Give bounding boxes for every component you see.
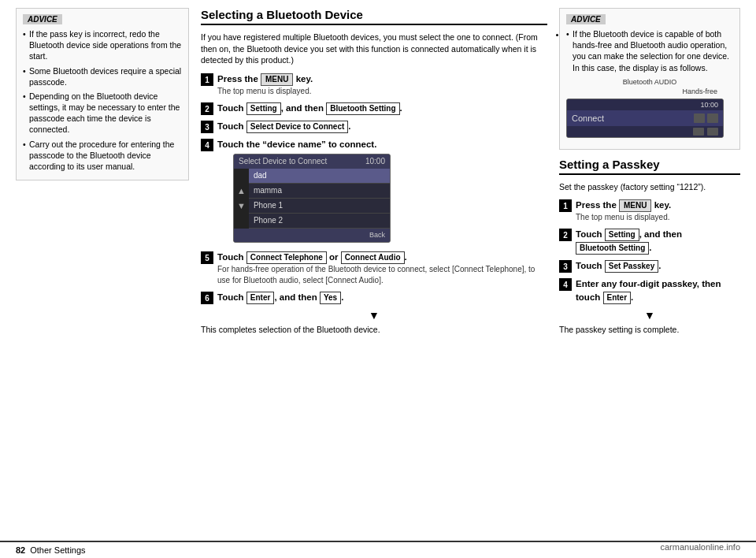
bt-icons xyxy=(694,113,718,123)
passkey-step-3: 3 Touch Set Passkey. xyxy=(559,259,740,273)
step-list: 1 Press the MENU key. The top menu is di… xyxy=(201,73,547,304)
bt-diagram: Bluetooth AUDIO Hands-free 10:00 Connect xyxy=(566,78,733,138)
device-list: dad mamma Phone 1 Phone 2 xyxy=(249,169,390,229)
page-number: 82 xyxy=(16,545,25,555)
left-advice-box: ADVICE If the pass key is incorrect, red… xyxy=(16,8,189,180)
passkey-title: Setting a Passkey xyxy=(559,158,740,175)
passkey-step-content-1: Press the MENU key. The top menu is disp… xyxy=(576,199,740,223)
bt-bottom-row xyxy=(567,126,723,137)
set-passkey-btn[interactable]: Set Passkey xyxy=(605,260,658,273)
device-item-phone2[interactable]: Phone 2 xyxy=(249,214,390,229)
page-container: ADVICE If the pass key is incorrect, red… xyxy=(0,0,756,558)
right-column: ADVICE • If the Bluetooth device is capa… xyxy=(559,8,740,541)
device-screen: Select Device to Connect 10:00 ▲ ▼ dad xyxy=(233,154,391,243)
step-content-1: Press the MENU key. The top menu is disp… xyxy=(217,73,547,97)
step-content-2: Touch Setting, and then Bluetooth Settin… xyxy=(217,102,547,115)
step-2-text: Touch Setting, and then Bluetooth Settin… xyxy=(217,103,402,113)
footer-label: Other Settings xyxy=(30,545,85,555)
passkey-step-1: 1 Press the MENU key. The top menu is di… xyxy=(559,199,740,223)
step-num-3: 3 xyxy=(201,121,213,133)
passkey-menu-key[interactable]: MENU xyxy=(619,199,651,212)
step-1-sub: The top menu is displayed. xyxy=(217,86,547,97)
step-4-text: Touch the “device name” to connect. xyxy=(217,140,376,149)
step-1-text: Press the MENU key. xyxy=(217,74,313,84)
right-advice-list: • If the Bluetooth device is capable of … xyxy=(566,28,733,73)
bt-bottom-icon-2 xyxy=(707,128,718,136)
step-2: 2 Touch Setting, and then Bluetooth Sett… xyxy=(201,102,547,115)
bt-icon-1 xyxy=(694,113,705,123)
yes-btn[interactable]: Yes xyxy=(320,292,341,304)
device-screen-footer[interactable]: Back xyxy=(234,229,390,242)
enter-btn[interactable]: Enter xyxy=(246,292,275,304)
step-content-6: Touch Enter, and then Yes. xyxy=(217,291,547,304)
passkey-setting-btn[interactable]: Setting xyxy=(605,229,639,241)
step-num-6: 6 xyxy=(201,292,213,304)
passkey-step-2: 2 Touch Setting, and then Bluetooth Sett… xyxy=(559,228,740,255)
left-advice-title: ADVICE xyxy=(23,14,62,24)
bt-connect-row: Connect xyxy=(567,110,723,126)
passkey-step-1-text: Press the MENU key. xyxy=(576,200,671,210)
bt-connect-label: Connect xyxy=(572,113,604,123)
step-content-4: Touch the “device name” to connect. Sele… xyxy=(217,138,547,246)
right-advice-box: ADVICE • If the Bluetooth device is capa… xyxy=(559,8,740,150)
list-item: Some Bluetooth devices require a special… xyxy=(23,65,182,87)
bt-display-header: 10:00 xyxy=(567,99,723,110)
step-num-4: 4 xyxy=(201,139,213,151)
passkey-enter-btn[interactable]: Enter xyxy=(603,292,632,304)
step-6: 6 Touch Enter, and then Yes. xyxy=(201,291,547,304)
device-item-phone1[interactable]: Phone 1 xyxy=(249,199,390,214)
arrow-down-icon[interactable]: ▼ xyxy=(237,200,246,212)
bt-display-clock: 10:00 xyxy=(700,101,718,109)
setting-btn[interactable]: Setting xyxy=(246,102,281,115)
step-num-5: 5 xyxy=(201,251,213,264)
bt-bottom-icon-1 xyxy=(693,128,704,136)
step-content-3: Touch Select Device to Connect. xyxy=(217,120,547,133)
list-item: Carry out the procedure for entering the… xyxy=(23,139,182,173)
step-6-text: Touch Enter, and then Yes. xyxy=(217,292,343,302)
step-3: 3 Touch Select Device to Connect. xyxy=(201,120,547,133)
list-item: Depending on the Bluetooth device settin… xyxy=(23,91,182,136)
step-3-text: Touch Select Device to Connect. xyxy=(217,121,351,131)
step-1: 1 Press the MENU key. The top menu is di… xyxy=(201,73,547,97)
passkey-step-3-text: Touch Set Passkey. xyxy=(576,261,661,270)
screen-arrows: ▲ ▼ xyxy=(234,169,249,229)
device-item-mamma[interactable]: mamma xyxy=(249,184,390,199)
passkey-bt-btn[interactable]: Bluetooth Setting xyxy=(576,242,649,255)
screen-time: 10:00 xyxy=(365,156,385,167)
screen-header-title: Select Device to Connect xyxy=(239,156,327,167)
list-item: • If the Bluetooth device is capable of … xyxy=(566,28,733,73)
bt-display-screen: 10:00 Connect xyxy=(566,99,724,138)
intro-text: If you have registered multiple Bluetoot… xyxy=(201,32,547,66)
connect-telephone-btn[interactable]: Connect Telephone xyxy=(246,251,327,264)
step-4: 4 Touch the “device name” to connect. Se… xyxy=(201,138,547,246)
select-device-btn[interactable]: Select Device to Connect xyxy=(246,121,348,133)
section-title-bluetooth: Selecting a Bluetooth Device xyxy=(201,8,547,25)
passkey-step-content-3: Touch Set Passkey. xyxy=(576,259,740,273)
bt-setting-btn[interactable]: Bluetooth Setting xyxy=(326,102,399,115)
main-content: ADVICE If the pass key is incorrect, red… xyxy=(0,0,756,541)
passkey-arrow-down: ▼ xyxy=(559,309,740,322)
passkey-completes: The passkey setting is complete. xyxy=(559,325,740,334)
passkey-step-list: 1 Press the MENU key. The top menu is di… xyxy=(559,199,740,303)
passkey-section: Setting a Passkey Set the passkey (facto… xyxy=(559,158,740,334)
step-5-text: Touch Connect Telephone or Connect Audio… xyxy=(217,252,407,262)
watermark: carmanualonline.info xyxy=(660,542,740,552)
device-item-dad[interactable]: dad xyxy=(249,169,390,184)
bt-handsfree-label: Hands-free xyxy=(682,87,717,95)
screen-body: ▲ ▼ dad mamma Phone 1 Phone 2 xyxy=(234,169,390,229)
step-5: 5 Touch Connect Telephone or Connect Aud… xyxy=(201,251,547,286)
bt-icon-2 xyxy=(707,113,718,123)
bt-audio-label: Bluetooth AUDIO xyxy=(623,78,677,86)
passkey-step-num-3: 3 xyxy=(559,260,572,273)
device-screen-header: Select Device to Connect 10:00 xyxy=(234,154,390,169)
passkey-step-num-1: 1 xyxy=(559,199,572,212)
left-column: ADVICE If the pass key is incorrect, red… xyxy=(16,8,189,541)
menu-key[interactable]: MENU xyxy=(261,73,293,86)
arrow-up-icon[interactable]: ▲ xyxy=(237,185,246,197)
completes-text: This completes selection of the Bluetoot… xyxy=(201,325,547,334)
passkey-step-content-2: Touch Setting, and then Bluetooth Settin… xyxy=(576,228,740,255)
step-5-sub: For hands-free operation of the Bluetoot… xyxy=(217,264,547,286)
passkey-step-num-2: 2 xyxy=(559,229,572,241)
passkey-step-4: 4 Enter any four-digit passkey, then tou… xyxy=(559,277,740,303)
connect-audio-btn[interactable]: Connect Audio xyxy=(341,251,405,264)
